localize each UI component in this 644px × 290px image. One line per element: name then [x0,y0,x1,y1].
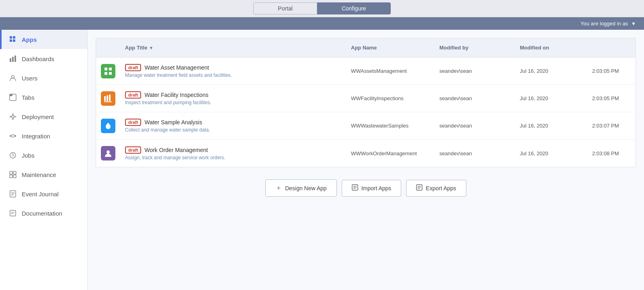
tabs-icon [9,93,17,101]
body-layout: Apps Dashboards Users [0,30,644,290]
svg-rect-0 [10,36,12,39]
app-icon [101,91,115,106]
import-apps-label: Import Apps [361,185,392,191]
sidebar-tabs-label: Tabs [22,94,35,101]
svg-rect-3 [13,39,15,42]
modified-by-cell: seandev\sean [435,94,515,103]
sort-icon: ▼ [149,45,153,50]
svg-rect-30 [109,68,112,70]
app-title-cell: draft Water Sample Analysis Collect and … [120,117,346,134]
svg-rect-36 [104,101,112,102]
app-title-cell: draft Work Order Management Assign, trac… [120,145,346,162]
modified-date-cell: Jul 16, 2020 [515,94,587,103]
th-modified-by: Modified by [435,42,515,53]
draft-badge: draft [125,64,141,71]
sidebar-apps-label: Apps [22,36,37,43]
svg-rect-18 [10,171,12,174]
sidebar-item-apps[interactable]: Apps [0,30,87,49]
svg-rect-21 [13,175,16,178]
app-icon [101,119,115,133]
portal-tab[interactable]: Portal [253,2,317,14]
import-icon [352,184,358,192]
table-row[interactable]: draft Water Facility Inspections Inspect… [96,85,636,112]
app-icon-cell [96,144,120,162]
sidebar-item-maintenance[interactable]: Maintenance [0,165,87,184]
svg-point-16 [14,135,16,137]
svg-point-12 [12,119,14,120]
user-bar: You are logged in as ▼ [0,17,644,30]
sidebar-users-label: Users [22,75,37,82]
app-title-text: Water Sample Analysis [144,119,202,125]
table-row[interactable]: draft Water Sample Analysis Collect and … [96,112,636,140]
sidebar-item-jobs[interactable]: Jobs [0,146,87,165]
table-row[interactable]: draft Work Order Management Assign, trac… [96,140,636,167]
modified-time-cell: 2:03:05 PM [587,94,636,103]
modified-date-cell: Jul 16, 2020 [515,66,587,76]
app-icon-cell [96,62,120,80]
app-desc: Inspect treatment and pumping facilities… [125,100,341,105]
app-desc: Manage water treatment field assets and … [125,72,341,78]
export-apps-label: Export Apps [426,185,456,191]
th-app-title[interactable]: App Title ▼ [120,42,346,53]
user-bar-text: You are logged in as [580,21,628,27]
th-app-name: App Name [346,42,435,53]
apps-table: App Title ▼ App Name Modified by Modifie… [96,38,636,167]
modified-time-cell: 2:03:07 PM [587,121,636,130]
app-title-cell: draft Water Facility Inspections Inspect… [120,90,346,107]
svg-rect-33 [104,96,106,101]
sidebar-item-dashboards[interactable]: Dashboards [0,49,87,68]
svg-rect-29 [105,68,107,70]
sidebar: Apps Dashboards Users [0,30,88,290]
import-apps-button[interactable]: Import Apps [342,180,402,197]
users-icon [9,74,17,82]
app-title-cell: draft Water Asset Management Manage wate… [120,62,346,80]
app-desc: Collect and manage water sample data. [125,127,341,133]
svg-rect-9 [10,94,12,96]
sidebar-jobs-label: Jobs [22,152,35,159]
sidebar-maintenance-label: Maintenance [22,171,56,178]
sidebar-item-deployment[interactable]: Deployment [0,107,87,126]
documentation-icon [9,209,17,217]
draft-badge: draft [125,119,141,126]
th-modified-on: Modified on [515,42,587,53]
export-apps-button[interactable]: Export Apps [406,180,466,197]
svg-rect-26 [10,210,16,216]
chevron-down-icon[interactable]: ▼ [631,21,636,27]
sidebar-dashboards-label: Dashboards [22,56,54,62]
app-name-cell: WWAssetsManagement [346,66,435,76]
action-bar: ＋ Design New App Import Apps [88,167,644,209]
svg-point-10 [12,115,14,118]
plus-icon: ＋ [275,184,282,192]
modified-by-cell: seandev\sean [435,149,515,158]
sidebar-item-event-journal[interactable]: Event Journal [0,184,87,204]
table-row[interactable]: draft Water Asset Management Manage wate… [96,58,636,85]
sidebar-event-journal-label: Event Journal [22,191,59,197]
sidebar-item-integration[interactable]: Integration [0,126,87,146]
design-new-app-label: Design New App [285,185,327,191]
sidebar-item-tabs[interactable]: Tabs [0,88,87,107]
svg-rect-32 [109,72,112,75]
sidebar-deployment-label: Deployment [22,113,54,120]
draft-badge: draft [125,146,141,154]
modified-time-cell: 2:03:08 PM [587,149,636,158]
app-icon-cell [96,90,120,107]
sidebar-item-users[interactable]: Users [0,68,87,88]
th-modified-time [587,42,636,53]
app-title-text: Water Facility Inspections [144,92,208,98]
app-title-text: Work Order Management [144,147,208,153]
dashboards-icon [9,55,17,63]
sidebar-item-documentation[interactable]: Documentation [0,204,87,223]
svg-rect-35 [109,95,111,101]
design-new-app-button[interactable]: ＋ Design New App [265,179,337,197]
export-icon [416,184,422,192]
apps-icon [9,35,17,43]
svg-point-11 [12,114,14,115]
app-icon [101,146,115,160]
jobs-icon [9,151,17,159]
svg-point-15 [10,135,11,137]
top-nav: Portal Configure [0,0,644,17]
app-icon [101,64,115,78]
configure-tab[interactable]: Configure [317,2,391,14]
maintenance-icon [9,171,17,179]
sidebar-documentation-label: Documentation [22,210,62,217]
